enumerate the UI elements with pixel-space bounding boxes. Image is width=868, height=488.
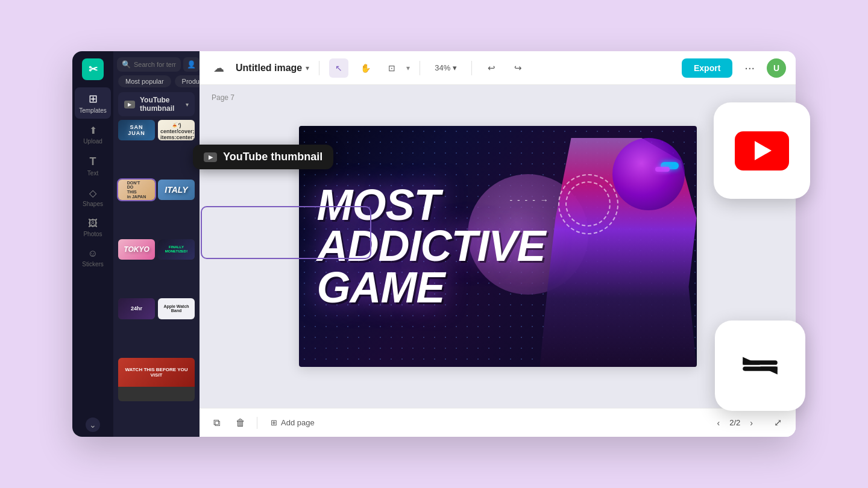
templates-label: Templates — [79, 107, 107, 114]
app-logo[interactable]: ✂ — [82, 58, 104, 80]
search-input[interactable] — [134, 61, 176, 68]
bottombar: ⧉ 🗑 ⊞ Add page ‹ 2/2 › ⤢ — [200, 408, 796, 437]
more-tools-button[interactable]: ⌄ — [86, 418, 100, 432]
text-label: Text — [87, 170, 98, 177]
yt-category-header[interactable]: ▶ YouTube thumbnail ▾ — [118, 92, 195, 116]
page-navigation: ‹ 2/2 › — [712, 416, 758, 430]
capcut-logo — [736, 342, 784, 390]
zoom-value: 34% — [435, 63, 450, 72]
youtube-play-button — [735, 131, 789, 170]
templates-icon: ⊞ — [89, 92, 98, 105]
chevron-down-icon: ▾ — [186, 101, 189, 108]
export-button[interactable]: Export — [682, 58, 732, 78]
page-number: 2/2 — [729, 418, 740, 427]
canvas-text-line2: ADDICTIVE — [317, 226, 546, 267]
yt-header-text: YouTube thumbnail — [140, 96, 181, 113]
upload-icon: ⬆ — [89, 125, 97, 136]
template-24hr[interactable]: 24hr — [118, 298, 155, 319]
more-options-button[interactable]: ··· — [740, 58, 760, 77]
canvas-frame[interactable]: - - - - → MOST ADDICTIVE GAME — [299, 126, 697, 367]
app-container: ✂ ⊞ Templates ⬆ Upload T Text ◇ Shapes 🖼… — [72, 51, 796, 437]
sidebar-item-stickers[interactable]: ☺ Stickers — [75, 243, 111, 272]
stickers-label: Stickers — [82, 261, 104, 267]
fullscreen-button[interactable]: ⤢ — [770, 414, 786, 431]
play-triangle — [755, 141, 772, 160]
template-monetized[interactable]: FINALLYMONETIZED! — [158, 239, 195, 260]
photos-icon: 🖼 — [88, 218, 98, 229]
delete-page-button[interactable]: 🗑 — [231, 414, 250, 431]
floating-capcut-icon — [715, 321, 805, 411]
title-chevron-icon: ▾ — [306, 64, 309, 72]
add-page-button[interactable]: ⊞ Add page — [265, 415, 321, 430]
template-italy[interactable]: ITALY — [158, 180, 195, 200]
shapes-icon: ◇ — [89, 187, 96, 199]
topbar-divider-1 — [319, 61, 319, 75]
add-page-icon: ⊞ — [271, 418, 277, 427]
tooltip-yt-icon: ▶ — [204, 152, 217, 162]
search-icon: 🔍 — [122, 60, 131, 69]
prev-page-button[interactable]: ‹ — [712, 416, 725, 430]
sidebar-item-upload[interactable]: ⬆ Upload — [75, 120, 111, 149]
zoom-chevron-icon: ▾ — [453, 63, 457, 72]
topbar-divider-3 — [471, 61, 472, 75]
sidebar-icons: ✂ ⊞ Templates ⬆ Upload T Text ◇ Shapes 🖼… — [72, 51, 113, 437]
floating-youtube-icon — [714, 102, 810, 199]
search-row: 🔍 👤 ⊟ — [113, 51, 200, 75]
duplicate-page-button[interactable]: ⧉ — [209, 414, 224, 431]
photos-label: Photos — [83, 231, 102, 237]
zoom-control[interactable]: 34% ▾ — [430, 61, 462, 75]
shapes-label: Shapes — [83, 201, 103, 207]
template-visit[interactable]: WATCH THIS BEFORE YOU VISIT — [118, 358, 195, 401]
canvas-text-line1: MOST — [317, 184, 546, 225]
sidebar-item-photos[interactable]: 🖼 Photos — [75, 213, 111, 242]
add-page-label: Add page — [281, 418, 315, 427]
topbar: ☁ Untitled image ▾ ↖ ✋ ⊡ ▾ 34% ▾ ↩ ↪ — [200, 51, 796, 85]
text-icon: T — [90, 155, 96, 168]
template-tags: Most popular Product Display — [113, 75, 200, 92]
tooltip-popup: ▶ YouTube thumbnail — [193, 145, 333, 169]
sidebar-panel: 🔍 👤 ⊟ Most popular Product Display ▶ You… — [113, 51, 200, 437]
template-watch[interactable]: Apple Watch Band — [158, 298, 195, 319]
next-page-button[interactable]: › — [745, 416, 758, 430]
frame-tool-button[interactable]: ⊡ — [382, 58, 401, 78]
sidebar-item-templates[interactable]: ⊞ Templates — [75, 87, 111, 119]
template-sanjuan[interactable]: SAN JUAN — [118, 120, 155, 140]
template-food[interactable]: 🍝') center/cover;display:flex;align-item… — [158, 120, 195, 140]
page-label: Page 7 — [212, 93, 234, 102]
user-avatar[interactable]: U — [767, 58, 786, 78]
templates-grid: SAN JUAN 🍝') center/cover;display:flex;a… — [113, 120, 200, 437]
upload-label: Upload — [83, 138, 102, 145]
bottom-divider — [257, 417, 257, 429]
cloud-save-button[interactable]: ☁ — [209, 58, 228, 78]
canvas-main-text: MOST ADDICTIVE GAME — [317, 184, 546, 308]
canvas-text-line3: GAME — [317, 267, 546, 308]
sidebar-item-shapes[interactable]: ◇ Shapes — [75, 183, 111, 212]
stickers-icon: ☺ — [88, 248, 98, 259]
template-japan[interactable]: DON'TDOTHISin JAPAN — [118, 180, 155, 200]
tag-product-display[interactable]: Product Display — [175, 75, 200, 87]
topbar-divider-2 — [420, 61, 420, 75]
undo-button[interactable]: ↩ — [482, 58, 501, 78]
yt-icon-small: ▶ — [124, 101, 135, 108]
title-text: Untitled image — [236, 63, 302, 74]
tooltip-label: YouTube thumbnail — [223, 151, 322, 163]
main-area: ☁ Untitled image ▾ ↖ ✋ ⊡ ▾ 34% ▾ ↩ ↪ — [200, 51, 796, 437]
document-title[interactable]: Untitled image ▾ — [236, 63, 309, 74]
template-tokyo[interactable]: TOKYO — [118, 239, 155, 260]
search-bar[interactable]: 🔍 — [117, 57, 181, 72]
hand-tool-button[interactable]: ✋ — [356, 58, 375, 78]
face-scan-btn[interactable]: 👤 — [183, 57, 200, 72]
select-tool-button[interactable]: ↖ — [329, 58, 348, 78]
redo-button[interactable]: ↪ — [508, 58, 527, 78]
tag-most-popular[interactable]: Most popular — [118, 75, 171, 87]
sidebar-item-text[interactable]: T Text — [75, 151, 111, 181]
character-silhouette — [528, 126, 697, 367]
canvas-area: Page 7 - - - - → — [200, 85, 796, 408]
